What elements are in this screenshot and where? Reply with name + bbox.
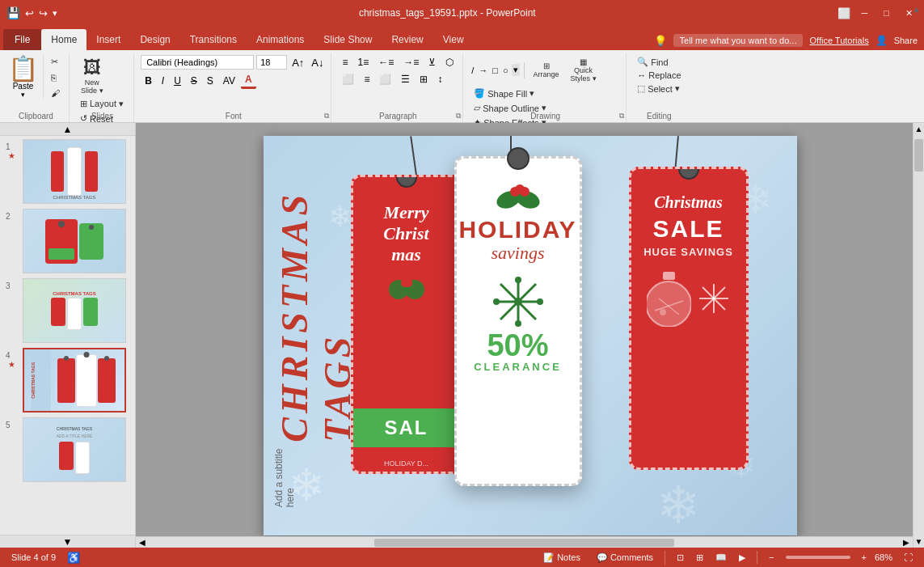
bold-button[interactable]: B [141,74,156,88]
char-spacing-button[interactable]: AV [219,74,239,88]
slide-panel-scroll[interactable]: 1 ★ CHRISTMAS TAGS [0,136,135,535]
shape-oval-button[interactable]: ○ [501,65,510,76]
tab-home[interactable]: Home [41,29,86,50]
tab-review[interactable]: Review [382,29,432,50]
slide-canvas[interactable]: ❄ ❄ ❄ ❄ ❄ ❄ CHRISTMAS TAGS Add a subtitl… [264,136,797,535]
normal-view-button[interactable]: ⊡ [672,551,689,565]
font-color-button[interactable]: A [241,72,256,89]
strikethrough-button[interactable]: S [187,74,201,88]
line-spacing-button[interactable]: ↕ [433,72,446,87]
arrange-button[interactable]: ⊞ Arrange [529,59,564,81]
layout-button[interactable]: ⊞ Layout ▾ [76,97,128,111]
zoom-out-button[interactable]: − [764,551,778,564]
slide-info: Slide 4 of 9 [6,551,61,564]
notes-button[interactable]: 📝 Notes [538,551,585,565]
slide-panel-scroll-down[interactable]: ▼ [0,535,135,548]
ribbon-collapse-button[interactable]: ▲ [912,3,921,15]
tag-center[interactable]: HOLIDAY savings 50% [454,156,582,486]
new-slide-button[interactable]: 🖼 New Slide ▾ [76,55,108,97]
copy-button[interactable]: ⎘ [47,71,64,84]
justify-button[interactable]: ☰ [397,72,414,87]
decrease-indent-button[interactable]: ←≡ [374,55,398,70]
shapes-more-button[interactable]: ▾ [512,64,520,76]
increase-indent-button[interactable]: →≡ [399,55,423,70]
slide-thumb-1[interactable]: 1 ★ CHRISTMAS TAGS [3,139,132,204]
find-button[interactable]: 🔍 Find [633,55,672,69]
slideshow-button[interactable]: ▶ [734,551,750,565]
scroll-thumb[interactable] [914,139,923,171]
vertical-scrollbar[interactable]: ▲ ▼ [913,123,924,548]
undo-icon[interactable]: ↩ [25,7,34,19]
underline-button[interactable]: U [170,74,185,88]
decrease-font-button[interactable]: A↓ [309,56,326,70]
tab-file[interactable]: File [3,29,41,50]
shape-arrow-button[interactable]: → [477,65,489,76]
tab-insert[interactable]: Insert [86,29,130,50]
minimize-button[interactable]: ─ [857,6,873,19]
zoom-level[interactable]: 68% [875,552,892,562]
text-shadow-button[interactable]: S [203,74,217,88]
fit-to-window-button[interactable]: ⛶ [899,551,918,564]
slide-thumb-5[interactable]: 5 CHRISTMAS TAGS ADD A TITLE HERE [3,417,132,482]
select-button[interactable]: ⬚ Select ▾ [633,82,684,95]
scroll-up-arrow[interactable]: ▲ [913,123,924,135]
italic-button[interactable]: I [158,74,168,88]
scroll-left-arrow[interactable]: ◀ [136,536,149,548]
align-center-button[interactable]: ≡ [360,72,373,87]
slide-thumb-4[interactable]: 4 ★ CHRISTMAS TAGS [3,348,132,413]
paragraph-group-expand[interactable]: ⧉ [456,112,461,121]
tab-animations[interactable]: Animations [247,29,314,50]
ribbon-display-icon[interactable]: ⬜ [838,7,850,19]
quick-styles-button[interactable]: ▦ Quick Styles ▾ [566,55,601,85]
copy-icon: ⎘ [51,73,57,83]
tag-right[interactable]: Christmas SALE HUGE SAVINGS [629,167,749,470]
convert-to-smartart-button[interactable]: ⬡ [441,55,458,70]
align-right-button[interactable]: ⬜ [375,72,395,87]
tell-me-input[interactable]: Tell me what you want to do... [673,34,804,47]
vertical-text-area[interactable]: CHRISTMAS TAGS Add a subtitle here [273,168,330,508]
accessibility-icon[interactable]: ♿ [67,552,80,564]
slide-thumb-3[interactable]: 3 CHRISTMAS TAGS [3,278,132,343]
paste-button[interactable]: 📋 Paste ▾ [8,55,44,99]
columns-button[interactable]: ⊞ [416,72,432,87]
increase-font-button[interactable]: A↑ [289,56,306,70]
font-name-input[interactable]: Calibri (Headings) [141,55,254,70]
tab-slideshow[interactable]: Slide Show [314,29,382,50]
status-bar-left: Slide 4 of 9 ♿ [6,551,80,564]
format-painter-button[interactable]: 🖌 [47,87,64,99]
tab-design[interactable]: Design [130,29,179,50]
slide-sorter-button[interactable]: ⊞ [691,551,708,565]
shape-fill-button[interactable]: 🪣 Shape Fill ▾ [470,87,538,100]
tab-view[interactable]: View [433,29,474,50]
slide-thumb-2[interactable]: 2 [3,209,132,273]
zoom-in-button[interactable]: + [857,551,871,564]
horizontal-scrollbar[interactable]: ◀ ▶ [136,536,913,548]
maximize-button[interactable]: □ [879,6,894,19]
slide-panel-scroll-up[interactable]: ▲ [0,123,135,136]
align-left-button[interactable]: ⬜ [338,72,358,87]
replace-button[interactable]: ↔ Replace [633,69,685,82]
office-tutorials-link[interactable]: Office Tutorials [809,36,868,45]
comments-button[interactable]: 💬 Comments [592,551,658,565]
cut-button[interactable]: ✂✂ [47,55,64,69]
font-group-expand[interactable]: ⧉ [324,112,329,121]
save-icon[interactable]: 💾 [6,6,20,19]
font-size-input[interactable]: 18 [256,55,287,70]
numbering-button[interactable]: 1≡ [353,55,373,70]
canvas-area[interactable]: ▲ ▼ ❄ ❄ ❄ ❄ ❄ ❄ CHRISTMAS TAGS Add a sub… [136,123,924,548]
snowflake-5: ❄ [328,201,352,233]
shape-line-button[interactable]: / [470,65,475,76]
scroll-down-arrow[interactable]: ▼ [913,535,924,548]
shape-rect-button[interactable]: □ [491,65,500,76]
scroll-right-arrow[interactable]: ▶ [900,536,913,548]
zoom-slider[interactable] [786,556,850,559]
h-scroll-thumb[interactable] [374,539,675,547]
text-direction-button[interactable]: ⊻ [424,55,440,70]
drawing-group-expand[interactable]: ⧉ [619,112,624,121]
redo-icon[interactable]: ↪ [39,7,48,19]
tab-transitions[interactable]: Transitions [180,29,247,50]
bullets-button[interactable]: ≡ [338,55,352,70]
reading-view-button[interactable]: 📖 [711,551,732,565]
share-button[interactable]: Share [894,36,918,45]
tag-left[interactable]: MerryChristmas SAL HOLIDAY D... [351,175,462,474]
